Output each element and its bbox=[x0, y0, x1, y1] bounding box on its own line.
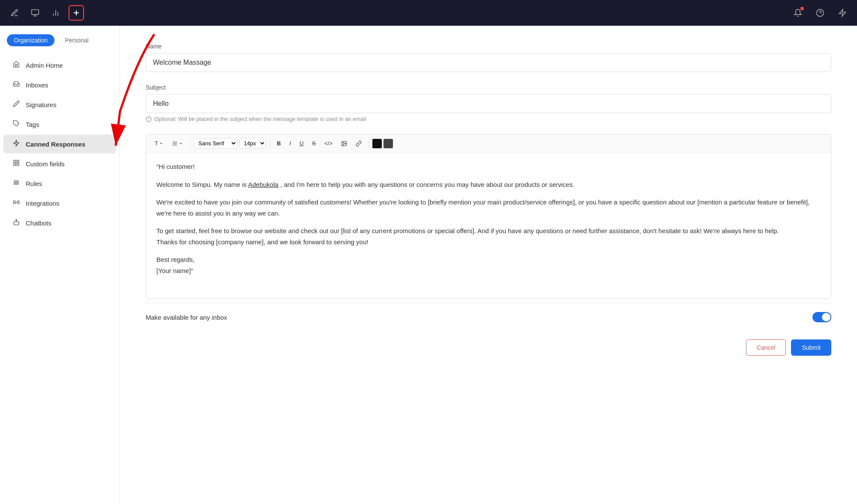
subject-label: Subject bbox=[146, 84, 831, 91]
monitor-icon[interactable] bbox=[27, 5, 43, 21]
name-input[interactable] bbox=[146, 53, 831, 72]
align-btn[interactable] bbox=[168, 139, 186, 148]
nav-left bbox=[7, 5, 84, 21]
separator-1 bbox=[190, 139, 190, 148]
tab-personal[interactable]: Personal bbox=[58, 34, 95, 46]
name-field-group: Name bbox=[146, 43, 831, 72]
italic-btn[interactable]: I bbox=[286, 138, 294, 148]
bell-icon[interactable] bbox=[790, 5, 806, 21]
sidebar-label-chatbots: Chatbots bbox=[26, 219, 51, 227]
code-btn[interactable]: </> bbox=[321, 138, 336, 148]
integration-icon bbox=[12, 199, 21, 207]
separator-3 bbox=[369, 139, 369, 148]
svg-marker-13 bbox=[14, 140, 19, 146]
help-icon[interactable] bbox=[812, 5, 828, 21]
sidebar-item-tags[interactable]: Tags bbox=[3, 115, 116, 134]
font-size-select[interactable]: 14px 12px 16px 18px bbox=[239, 138, 266, 149]
highlighted-name: Adebukola bbox=[248, 181, 279, 188]
sidebar-label-inboxes: Inboxes bbox=[26, 81, 48, 89]
link-btn[interactable] bbox=[352, 139, 365, 148]
info-icon bbox=[146, 116, 152, 122]
svg-rect-0 bbox=[32, 10, 39, 15]
notification-dot bbox=[800, 7, 804, 10]
cancel-button[interactable]: Cancel bbox=[746, 339, 786, 356]
editor-body[interactable]: "Hi customer! Welcome to Simpu. My name … bbox=[146, 153, 831, 298]
toggle-knob bbox=[822, 313, 830, 321]
editor-line-3: We're excited to have you join our commu… bbox=[156, 197, 821, 219]
tab-organization[interactable]: Organization bbox=[7, 34, 54, 46]
bottom-actions: Cancel Submit bbox=[146, 331, 831, 364]
lightning-icon[interactable] bbox=[835, 5, 850, 21]
grid-icon bbox=[12, 159, 21, 168]
sidebar-label-integrations: Integrations bbox=[26, 200, 59, 207]
home-icon bbox=[12, 61, 21, 69]
sidebar-label-canned-responses: Canned Responses bbox=[26, 141, 85, 148]
subject-input[interactable] bbox=[146, 94, 831, 113]
nav-right bbox=[790, 5, 850, 21]
image-icon bbox=[341, 141, 347, 147]
svg-rect-16 bbox=[14, 163, 16, 165]
svg-marker-10 bbox=[839, 9, 846, 17]
sidebar-item-custom-fields[interactable]: Custom fields bbox=[3, 154, 116, 173]
subject-hint-text: Optional: Will be placed in the subject … bbox=[154, 116, 366, 122]
svg-rect-15 bbox=[17, 160, 19, 162]
report-icon[interactable] bbox=[48, 5, 63, 21]
canned-icon bbox=[12, 140, 21, 148]
inbox-icon bbox=[12, 81, 21, 89]
font-family-select[interactable]: Sans Serif Serif Monospace bbox=[194, 138, 237, 149]
signature-icon bbox=[12, 100, 21, 109]
rules-icon bbox=[12, 179, 21, 188]
sidebar-item-admin-home[interactable]: Admin Home bbox=[3, 56, 116, 75]
main-content: Name Subject Optional: Will be placed in… bbox=[120, 26, 857, 504]
sidebar-item-signatures[interactable]: Signatures bbox=[3, 95, 116, 114]
sidebar-label-rules: Rules bbox=[26, 180, 42, 187]
strikethrough-btn[interactable]: S bbox=[309, 138, 319, 148]
editor-toolbar: T Sans Serif Serif Monospace 14px bbox=[146, 135, 831, 153]
editor-line-4: To get started, feel free to browse our … bbox=[156, 225, 821, 247]
sidebar-label-admin-home: Admin Home bbox=[26, 62, 63, 69]
svg-rect-24 bbox=[14, 222, 19, 225]
sidebar-label-signatures: Signatures bbox=[26, 101, 57, 108]
chevron-down-small-icon bbox=[179, 141, 183, 146]
align-icon bbox=[172, 141, 178, 147]
svg-rect-17 bbox=[17, 163, 19, 165]
sidebar-label-custom-fields: Custom fields bbox=[26, 160, 65, 168]
editor-container: T Sans Serif Serif Monospace 14px bbox=[146, 134, 831, 299]
svg-rect-23 bbox=[18, 201, 19, 204]
svg-rect-14 bbox=[14, 160, 16, 162]
pen-icon[interactable] bbox=[7, 5, 22, 21]
bold-btn[interactable]: B bbox=[273, 138, 284, 148]
color-swatch-2[interactable] bbox=[384, 139, 393, 148]
sidebar-item-canned-responses[interactable]: Canned Responses bbox=[3, 135, 116, 153]
svg-point-35 bbox=[343, 142, 344, 143]
toggle-label: Make available for any inbox bbox=[146, 314, 227, 321]
editor-line-2: Welcome to Simpu. My name is Adebukola ,… bbox=[156, 179, 821, 190]
editor-line-5: Best regards,[Your name]" bbox=[156, 254, 821, 276]
separator-2 bbox=[270, 139, 270, 148]
link-icon bbox=[356, 141, 362, 147]
sidebar-tabs: Organization Personal bbox=[0, 34, 120, 55]
chatbot-icon bbox=[12, 219, 21, 227]
svg-point-25 bbox=[16, 219, 17, 221]
top-navigation bbox=[0, 0, 857, 26]
sidebar-item-integrations[interactable]: Integrations bbox=[3, 194, 116, 213]
image-btn[interactable] bbox=[338, 139, 351, 148]
sidebar-item-inboxes[interactable]: Inboxes bbox=[3, 75, 116, 94]
text-format-btn[interactable]: T bbox=[151, 138, 167, 148]
tag-icon bbox=[12, 120, 21, 129]
underline-btn[interactable]: U bbox=[296, 138, 307, 148]
name-label: Name bbox=[146, 43, 831, 50]
sidebar-label-tags: Tags bbox=[26, 121, 39, 128]
subject-hint: Optional: Will be placed in the subject … bbox=[146, 116, 831, 122]
toggle-switch[interactable] bbox=[812, 312, 831, 322]
sidebar-item-rules[interactable]: Rules bbox=[3, 174, 116, 193]
plus-icon[interactable] bbox=[69, 5, 84, 21]
subject-field-group: Subject Optional: Will be placed in the … bbox=[146, 84, 831, 122]
sidebar: Organization Personal Admin Home Inboxes bbox=[0, 26, 120, 504]
chevron-down-icon bbox=[159, 141, 163, 146]
color-swatch-1[interactable] bbox=[372, 139, 382, 148]
sidebar-item-chatbots[interactable]: Chatbots bbox=[3, 213, 116, 232]
svg-rect-22 bbox=[13, 201, 15, 204]
main-layout: Organization Personal Admin Home Inboxes bbox=[0, 26, 857, 504]
submit-button[interactable]: Submit bbox=[791, 339, 831, 356]
